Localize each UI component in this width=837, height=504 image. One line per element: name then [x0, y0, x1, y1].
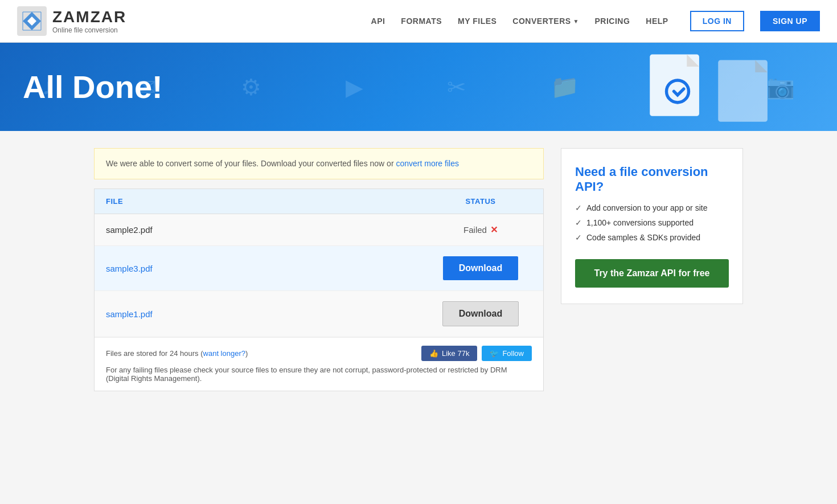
want-longer-link[interactable]: want longer?	[203, 349, 245, 358]
api-feature-text-1: Add conversion to your app or site	[586, 203, 707, 212]
check-icon-3: ✓	[575, 233, 582, 242]
api-feature-text-3: Code samples & SDKs provided	[586, 233, 700, 242]
download-secondary-button[interactable]: Download	[442, 301, 519, 326]
file-column-header: FILE	[106, 197, 429, 206]
alert-box: We were able to convert some of your fil…	[94, 148, 544, 179]
convert-more-link[interactable]: convert more files	[396, 159, 458, 168]
file-name-3: sample1.pdf	[106, 309, 429, 319]
main-nav: API FORMATS MY FILES CONVERTERS ▼ PRICIN…	[371, 11, 820, 31]
logo-name: ZAMZAR	[52, 8, 126, 26]
check-icon-1: ✓	[575, 203, 582, 212]
api-feature-1: ✓ Add conversion to your app or site	[575, 203, 729, 212]
twitter-icon: 🐦	[490, 349, 499, 358]
hero-file-icon	[643, 51, 712, 128]
header: ZAMZAR Online file conversion API FORMAT…	[0, 0, 837, 43]
hero-banner: ♪✉⚙▶✂📁⟳📷 All Done!	[0, 43, 837, 131]
file-link-2[interactable]: sample3.pdf	[106, 264, 153, 273]
nav-pricing[interactable]: PRICING	[595, 17, 630, 26]
status-area-2: Download	[429, 256, 532, 280]
table-row: sample1.pdf Download	[95, 291, 543, 337]
like-button[interactable]: 👍 Like 77k	[421, 346, 477, 361]
logo-icon	[17, 6, 47, 36]
file-table-header: FILE STATUS	[95, 189, 543, 214]
drm-note: For any failing files please check your …	[106, 366, 532, 383]
alert-text-before: We were able to convert some of your fil…	[106, 159, 396, 168]
nav-api[interactable]: API	[371, 17, 385, 26]
table-row: sample3.pdf Download	[95, 246, 543, 291]
status-area-1: Failed ✕	[429, 224, 532, 235]
logo-sub: Online file conversion	[52, 26, 126, 34]
hero-file-icon2	[712, 57, 780, 131]
follow-button[interactable]: 🐦 Follow	[482, 346, 532, 361]
right-sidebar: Need a file conversion API? ✓ Add conver…	[561, 148, 743, 391]
nav-help[interactable]: HELP	[646, 17, 668, 26]
facebook-icon: 👍	[429, 349, 438, 358]
file-name-1: sample2.pdf	[106, 225, 429, 235]
download-primary-button[interactable]: Download	[443, 256, 518, 280]
file-link-3[interactable]: sample1.pdf	[106, 309, 153, 319]
left-column: We were able to convert some of your fil…	[94, 148, 544, 391]
table-row: sample2.pdf Failed ✕	[95, 214, 543, 246]
file-name-2: sample3.pdf	[106, 264, 429, 273]
failed-x-icon: ✕	[490, 224, 498, 235]
api-feature-text-2: 1,100+ conversions supported	[586, 218, 694, 227]
status-failed-text: Failed	[463, 225, 487, 235]
like-label: Like 77k	[442, 349, 469, 358]
status-column-header: STATUS	[429, 197, 532, 206]
follow-label: Follow	[502, 349, 524, 358]
footer-top-row: Files are stored for 24 hours (want long…	[106, 346, 532, 361]
nav-formats[interactable]: FORMATS	[401, 17, 442, 26]
api-feature-2: ✓ 1,100+ conversions supported	[575, 218, 729, 227]
api-feature-3: ✓ Code samples & SDKs provided	[575, 233, 729, 242]
logo-link[interactable]: ZAMZAR Online file conversion	[17, 6, 126, 36]
check-icon-2: ✓	[575, 218, 582, 227]
login-button[interactable]: LOG IN	[690, 11, 744, 31]
converters-dropdown-arrow: ▼	[573, 18, 579, 24]
storage-text-before: Files are stored for 24 hours (	[106, 349, 203, 358]
status-area-3: Download	[429, 301, 532, 326]
file-table-footer: Files are stored for 24 hours (want long…	[95, 337, 543, 391]
nav-myfiles[interactable]: MY FILES	[458, 17, 497, 26]
api-card: Need a file conversion API? ✓ Add conver…	[561, 148, 743, 304]
storage-note: Files are stored for 24 hours (want long…	[106, 349, 248, 358]
api-card-title: Need a file conversion API?	[575, 165, 729, 194]
nav-converters[interactable]: CONVERTERS	[512, 17, 571, 26]
social-buttons: 👍 Like 77k 🐦 Follow	[421, 346, 532, 361]
file-table: FILE STATUS sample2.pdf Failed ✕ sample3…	[94, 189, 544, 391]
filename-text-1: sample2.pdf	[106, 225, 153, 235]
main-content: We were able to convert some of your fil…	[77, 148, 760, 391]
storage-text-after: )	[245, 349, 248, 358]
api-cta-button[interactable]: Try the Zamzar API for free	[575, 259, 729, 288]
hero-title: All Done!	[23, 68, 163, 105]
signup-button[interactable]: SIGN UP	[760, 11, 820, 31]
